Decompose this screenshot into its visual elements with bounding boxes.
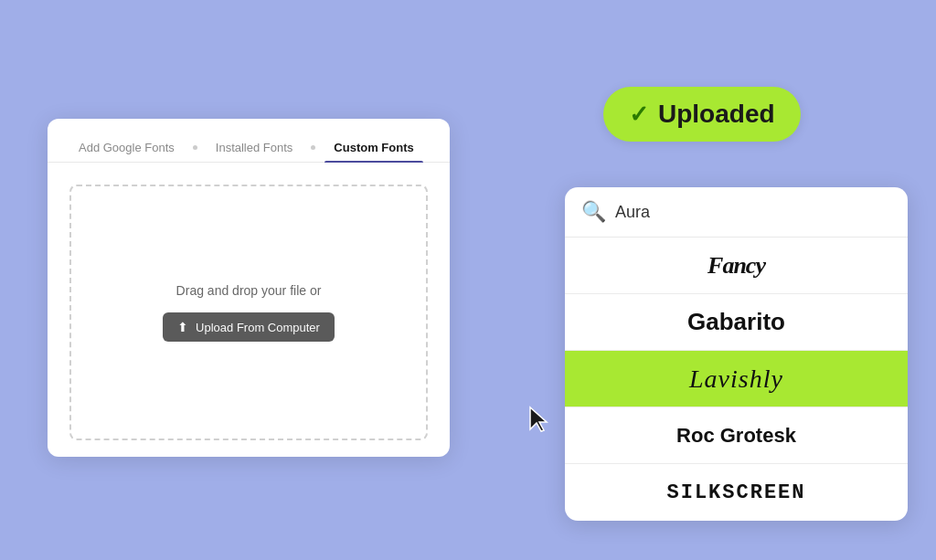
custom-fonts-panel: Add Google Fonts Installed Fonts Custom …: [48, 119, 450, 457]
font-label-lavishly: Lavishly: [689, 365, 783, 394]
font-tabs: Add Google Fonts Installed Fonts Custom …: [48, 119, 450, 163]
tab-custom[interactable]: Custom Fonts: [324, 133, 422, 162]
uploaded-label: Uploaded: [658, 100, 775, 129]
upload-from-computer-button[interactable]: ⬆ Upload From Computer: [163, 312, 335, 342]
check-icon: ✓: [629, 100, 649, 129]
tab-separator-1: [193, 145, 197, 150]
uploaded-badge: ✓ Uploaded: [603, 87, 801, 142]
font-item-roc-grotesk[interactable]: Roc Grotesk: [565, 407, 908, 464]
drag-drop-label: Drag and drop your file or: [176, 283, 322, 298]
font-search-row: 🔍: [565, 187, 908, 238]
tab-installed[interactable]: Installed Fonts: [207, 133, 303, 162]
font-search-input[interactable]: [615, 203, 891, 222]
tab-separator-2: [311, 145, 315, 150]
font-item-fancy[interactable]: Fancy: [565, 238, 908, 294]
font-list-panel: 🔍 Fancy Gabarito Lavishly Roc Grotesk SI…: [565, 187, 908, 521]
svg-marker-0: [530, 407, 547, 431]
font-label-roc: Roc Grotesk: [676, 424, 796, 448]
search-icon: 🔍: [581, 200, 606, 224]
tab-add-google[interactable]: Add Google Fonts: [69, 133, 184, 162]
cursor-arrow: [528, 406, 548, 433]
upload-icon: ⬆: [177, 320, 188, 334]
font-label-fancy: Fancy: [707, 252, 765, 280]
font-item-lavishly[interactable]: Lavishly: [565, 351, 908, 407]
font-label-gabarito: Gabarito: [687, 308, 785, 336]
font-item-silkscreen[interactable]: SILKSCREEN: [565, 464, 908, 521]
font-label-silkscreen: SILKSCREEN: [666, 481, 805, 504]
upload-drop-zone[interactable]: Drag and drop your file or ⬆ Upload From…: [69, 185, 428, 440]
font-item-gabarito[interactable]: Gabarito: [565, 294, 908, 351]
